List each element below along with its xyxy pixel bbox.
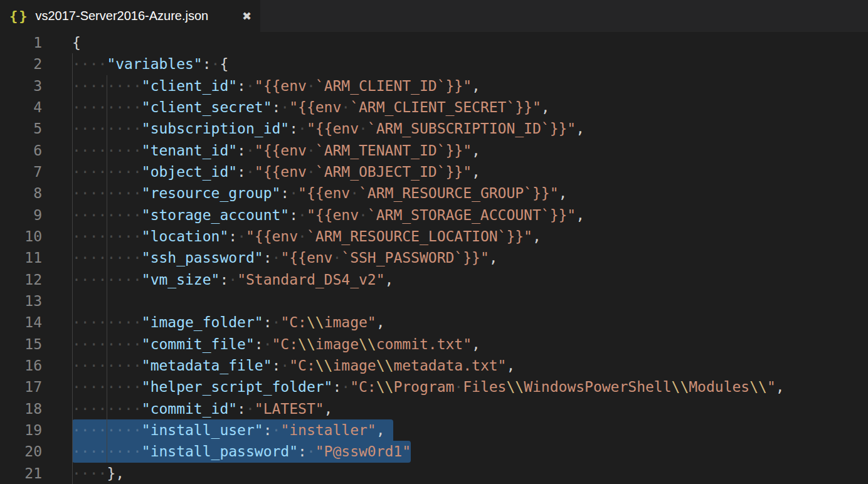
whitespace-dots: ········ [72, 271, 142, 288]
code-line[interactable]: 10········"location":·"{{env·`ARM_RESOUR… [0, 226, 868, 247]
line-number[interactable]: 2 [0, 53, 72, 75]
code-token: , [506, 357, 515, 374]
code-line[interactable]: 8········"resource_group":·"{{env·`ARM_R… [0, 182, 868, 204]
code-token: "{{env [255, 78, 307, 94]
code-token: , [385, 271, 394, 288]
line-number[interactable]: 19 [0, 419, 72, 441]
code-token: Modules [689, 379, 749, 395]
code-token: "{{env [289, 99, 341, 115]
code-token: "object_id" [142, 164, 237, 180]
whitespace-dots: ········ [72, 314, 142, 330]
code-token: : [332, 379, 341, 395]
code-token: , [376, 314, 385, 330]
code-line[interactable]: 4········"client_secret":·"{{env·`ARM_CL… [0, 97, 868, 118]
code-token: : [289, 120, 298, 137]
code-token: \\ [307, 314, 324, 330]
code-line[interactable]: 19········"install_user":·"installer", [0, 419, 868, 441]
code-line[interactable]: 2····"variables":·{ [0, 53, 868, 75]
code-token: "storage_account" [142, 207, 289, 223]
code-token: \\ [749, 379, 767, 395]
code-token: , [541, 99, 550, 115]
code-token: commit.txt" [376, 336, 472, 352]
whitespace-dots: · [228, 271, 237, 288]
line-number[interactable]: 18 [0, 398, 72, 419]
code-token: `ARM_SUBSCRIPTION_ID`}}" [368, 120, 576, 137]
code-line[interactable]: 13 [0, 290, 868, 312]
code-token: "{{env [246, 228, 298, 245]
code-token: : [272, 99, 281, 115]
line-number[interactable]: 6 [0, 140, 72, 161]
whitespace-dots: · [246, 78, 255, 94]
code-line[interactable]: 14········"image_folder":·"C:\\image", [0, 312, 868, 333]
whitespace-dots: · [280, 99, 289, 115]
code-token: : [280, 185, 289, 201]
code-line[interactable]: 12········"vm_size":·"Standard_DS4_v2", [0, 269, 868, 290]
whitespace-dots: ········ [72, 99, 142, 115]
tab-vs2017-server2016-azure-json[interactable]: {} vs2017-Server2016-Azure.json ✖ [0, 0, 260, 32]
line-number[interactable]: 7 [0, 161, 72, 182]
code-token: "variables" [107, 56, 202, 72]
line-content: ········"storage_account":·"{{env·`ARM_S… [72, 204, 868, 226]
line-number[interactable]: 14 [0, 312, 72, 333]
code-token: : [237, 142, 246, 159]
code-line[interactable]: 6········"tenant_id":·"{{env·`ARM_TENANT… [0, 140, 868, 161]
code-line[interactable]: 1{ [0, 32, 868, 53]
whitespace-dots: · [246, 401, 255, 417]
code-line[interactable]: 21····}, [0, 463, 868, 484]
code-token: "installer" [280, 422, 376, 438]
whitespace-dots: ········ [72, 185, 142, 201]
line-content: { [72, 32, 868, 53]
editor[interactable]: 1{2····"variables":·{3········"client_id… [0, 32, 868, 484]
code-token: "location" [142, 228, 228, 245]
line-content [72, 290, 868, 312]
code-line[interactable]: 20········"install_password":·"P@ssw0rd1… [0, 441, 868, 462]
whitespace-dots: ········ [72, 422, 142, 438]
line-number[interactable]: 12 [0, 269, 72, 290]
code-token: `ARM_STORAGE_ACCOUNT`}}" [368, 207, 576, 223]
line-number[interactable]: 21 [0, 463, 72, 484]
whitespace-dots: · [454, 379, 463, 395]
code-token: WindowsPowerShell [524, 379, 671, 395]
line-number[interactable]: 5 [0, 118, 72, 139]
whitespace-dots: · [272, 314, 281, 330]
line-content: ········"install_user":·"installer", [72, 419, 868, 441]
line-number[interactable]: 8 [0, 182, 72, 204]
code-token: "{{env [307, 207, 359, 223]
whitespace-dots: · [263, 336, 272, 352]
code-token: "client_secret" [142, 99, 272, 115]
line-number[interactable]: 1 [0, 32, 72, 53]
line-number[interactable]: 3 [0, 75, 72, 97]
whitespace-dots: ········ [72, 228, 142, 245]
code-line[interactable]: 9········"storage_account":·"{{env·`ARM_… [0, 204, 868, 226]
code-line[interactable]: 5········"subscription_id":·"{{env·`ARM_… [0, 118, 868, 139]
code-line[interactable]: 16········"metadata_file":·"C:\\image\\m… [0, 355, 868, 376]
code-token: "tenant_id" [142, 142, 237, 159]
code-line[interactable]: 7········"object_id":·"{{env·`ARM_OBJECT… [0, 161, 868, 182]
line-content: ········"object_id":·"{{env·`ARM_OBJECT_… [72, 161, 868, 182]
code-token: , [472, 78, 480, 94]
code-line[interactable]: 11········"ssh_password":·"{{env·`SSH_PA… [0, 247, 868, 268]
code-line[interactable]: 18········"commit_id":·"LATEST", [0, 398, 868, 419]
code-token: metadata.txt" [393, 357, 506, 374]
line-number[interactable]: 10 [0, 226, 72, 247]
code-line[interactable]: 15········"commit_file":·"C:\\image\\com… [0, 334, 868, 355]
code-token: `SSH_PASSWORD`}}" [341, 250, 489, 266]
whitespace-dots: · [298, 120, 307, 137]
code-line[interactable]: 17········"helper_script_folder":·"C:\\P… [0, 376, 868, 397]
line-number[interactable]: 16 [0, 355, 72, 376]
tab-close-icon[interactable]: ✖ [242, 11, 251, 22]
line-number[interactable]: 9 [0, 204, 72, 226]
line-number[interactable]: 13 [0, 290, 72, 312]
line-number[interactable]: 17 [0, 376, 72, 397]
line-number[interactable]: 15 [0, 334, 72, 355]
line-number[interactable]: 4 [0, 97, 72, 118]
code-token: : [237, 78, 246, 94]
line-number[interactable]: 20 [0, 441, 72, 462]
line-content: ········"install_password":·"P@ssw0rd1" [72, 441, 868, 462]
line-number[interactable]: 11 [0, 247, 72, 268]
code-line[interactable]: 3········"client_id":·"{{env·`ARM_CLIENT… [0, 75, 868, 97]
whitespace-dots: · [280, 357, 289, 374]
code-token: }, [107, 465, 124, 481]
code-token: "resource_group" [142, 185, 281, 201]
line-content: ········"image_folder":·"C:\\image", [72, 312, 868, 333]
